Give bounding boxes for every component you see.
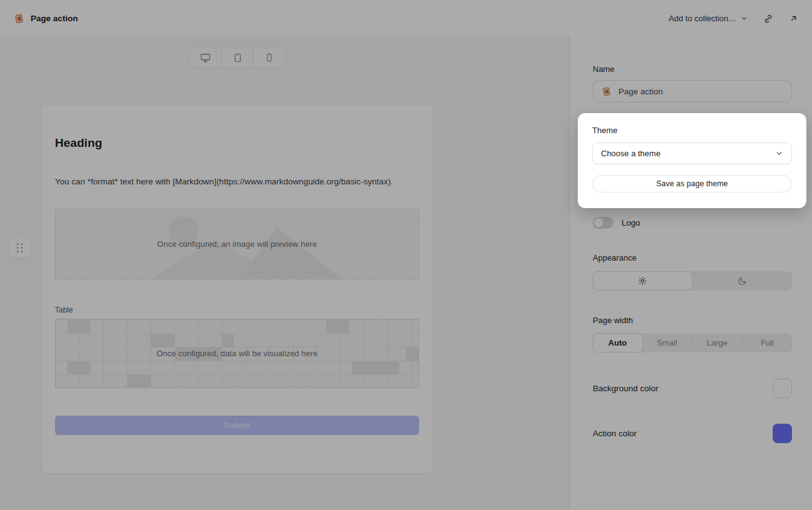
chevron-down-icon (775, 149, 783, 158)
theme-select-value: Choose a theme (601, 149, 660, 158)
theme-label: Theme (592, 126, 792, 135)
app-window: Page action Add to collection… (0, 0, 812, 510)
spotlight-overlay (0, 0, 812, 510)
theme-popover: Theme Choose a theme Save as page theme (578, 113, 806, 208)
theme-select[interactable]: Choose a theme (592, 142, 792, 164)
save-as-page-theme-button[interactable]: Save as page theme (592, 175, 792, 192)
